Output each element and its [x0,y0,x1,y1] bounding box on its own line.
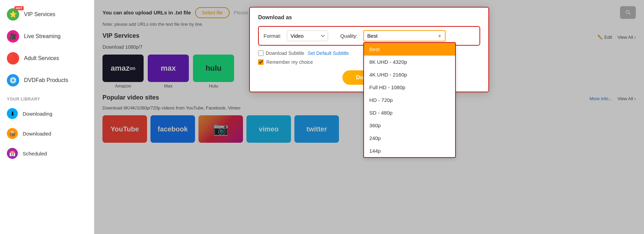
lib-item-label: Downloading [23,111,52,117]
subtitle-label: Download Subtitle [266,50,304,56]
sidebar-item-downloaded[interactable]: 📦 Downloaded [0,124,94,143]
quality-option-240p[interactable]: 240p [364,132,455,144]
quality-select-container: ▼ Best 8K UHD - 4320p 4K UHD - 2160p Ful… [363,30,446,42]
format-label: Format: [264,33,281,39]
live-streaming-icon: 🎥 [7,30,19,43]
downloading-icon: ⬇ [7,108,18,119]
dialog-title: Download as [258,14,480,21]
format-quality-row: Format: Video Audio Quality: ▼ Best 8K U… [258,26,480,46]
format-select[interactable]: Video Audio [287,31,328,41]
main-content: You can also upload URLs in .txt file Se… [94,0,644,234]
sidebar-item-label: Live Streaming [24,33,61,39]
quality-option-720p[interactable]: HD - 720p [364,94,455,106]
quality-dropdown: Best 8K UHD - 4320p 4K UHD - 2160p Full … [363,42,456,158]
dvdfab-icon: 💿 [7,74,19,86]
lib-item-label: Scheduled [23,151,47,156]
scheduled-icon: 📅 [7,148,18,159]
quality-label: Quality: [340,33,358,39]
sidebar-item-live-streaming[interactable]: 🎥 Live Streaming [0,25,94,47]
subtitle-checkbox[interactable] [258,50,264,56]
quality-option-144p[interactable]: 144p [364,144,455,157]
quality-option-1080p[interactable]: Full HD - 1080p [364,81,455,94]
sidebar-item-adult-services[interactable]: 🚫 Adult Services [0,47,94,69]
remember-label: Remember my choice [266,59,313,65]
dialog-overlay: Download as Format: Video Audio Quality:… [94,0,644,234]
sidebar-item-dvdfab-products[interactable]: 💿 DVDFab Products [0,69,94,91]
download-dialog: Download as Format: Video Audio Quality:… [249,7,489,92]
sidebar: ⭐ VIP Services HOT 🎥 Live Streaming 🚫 Ad… [0,0,94,234]
quality-option-best[interactable]: Best [364,43,455,56]
hot-badge: HOT [14,6,24,10]
quality-option-480p[interactable]: SD - 480p [364,106,455,119]
quality-option-360p[interactable]: 360p [364,119,455,132]
sidebar-item-downloading[interactable]: ⬇ Downloading [0,104,94,124]
sidebar-item-vip-services[interactable]: ⭐ VIP Services HOT [0,3,94,25]
sidebar-item-label: DVDFab Products [24,77,68,83]
quality-option-8k[interactable]: 8K UHD - 4320p [364,56,455,68]
lib-item-label: Downloaded [23,131,51,137]
remember-checkbox[interactable] [258,59,264,65]
subtitle-checkbox-label[interactable]: Download Subtitle [258,50,304,56]
library-section-label: YOUR LIBRARY [0,91,94,104]
quality-option-4k[interactable]: 4K UHD - 2160p [364,68,455,81]
downloaded-icon: 📦 [7,128,18,139]
sidebar-item-label: Adult Services [24,55,59,61]
sidebar-item-label: VIP Services [24,11,55,17]
adult-services-icon: 🚫 [7,52,19,65]
sidebar-item-scheduled[interactable]: 📅 Scheduled [0,143,94,163]
set-default-subtitle-link[interactable]: Set Default Subtitle [308,50,349,56]
quality-input[interactable] [363,30,446,42]
